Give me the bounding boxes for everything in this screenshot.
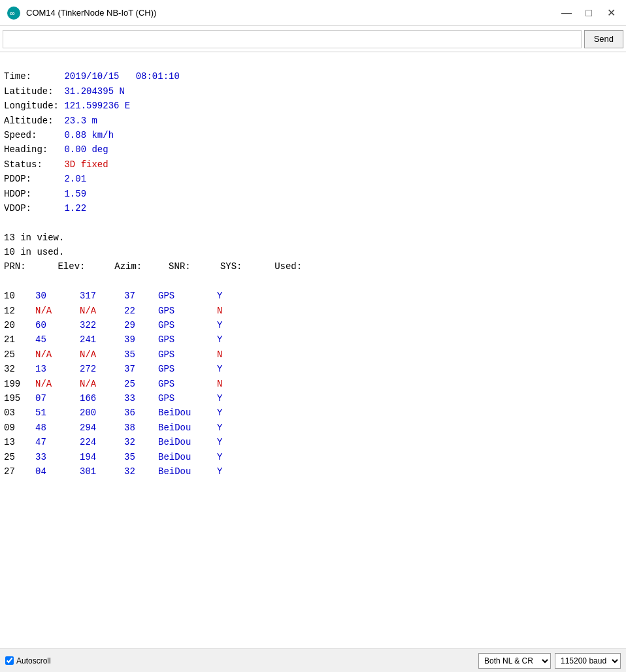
toolbar: Send <box>0 26 626 52</box>
status-bar: Autoscroll Both NL & CR No line ending N… <box>0 648 626 672</box>
table-row: 214524139GPSY <box>4 332 622 347</box>
table-row: 1950716633GPSY <box>4 391 622 406</box>
table-row: 12N/AN/A22GPSN <box>4 304 622 318</box>
window-controls: — □ ✕ <box>558 5 619 22</box>
output-text: Time: 2019/10/15 08:01:10 Latitude: 31.2… <box>4 55 622 289</box>
app-logo-icon: ∞ <box>7 6 21 20</box>
svg-text:∞: ∞ <box>10 9 15 17</box>
close-button[interactable]: ✕ <box>602 5 619 22</box>
table-row: 035120036BeiDouY <box>4 406 622 420</box>
table-row: 094829438BeiDouY <box>4 421 622 435</box>
line-ending-select[interactable]: Both NL & CR No line ending Newline Carr… <box>478 653 551 669</box>
title-bar: ∞ COM14 (TinkerNode NB-IoT (CH)) — □ ✕ <box>0 0 626 26</box>
table-row: 103031737GPSY <box>4 289 622 303</box>
serial-input[interactable] <box>3 30 582 48</box>
table-row: 134722432BeiDouY <box>4 435 622 449</box>
serial-monitor-output[interactable]: Time: 2019/10/15 08:01:10 Latitude: 31.2… <box>0 52 626 648</box>
minimize-button[interactable]: — <box>558 5 575 22</box>
autoscroll-label[interactable]: Autoscroll <box>5 656 51 665</box>
window-title: COM14 (TinkerNode NB-IoT (CH)) <box>26 8 558 18</box>
autoscroll-checkbox[interactable] <box>5 656 14 665</box>
maximize-button[interactable]: □ <box>580 5 597 22</box>
table-row: 321327237GPSY <box>4 362 622 376</box>
table-row: 199N/AN/A25GPSN <box>4 377 622 391</box>
send-button[interactable]: Send <box>584 30 623 48</box>
table-row: 253319435BeiDouY <box>4 450 622 464</box>
table-row: 206032229GPSY <box>4 318 622 332</box>
table-row: 270430132BeiDouY <box>4 464 622 479</box>
baud-rate-select[interactable]: 115200 baud 300 baud 1200 baud 2400 baud… <box>555 653 621 669</box>
table-row: 25N/AN/A35GPSN <box>4 347 622 362</box>
satellite-table: 103031737GPSY12N/AN/A22GPSN206032229GPSY… <box>4 289 622 479</box>
